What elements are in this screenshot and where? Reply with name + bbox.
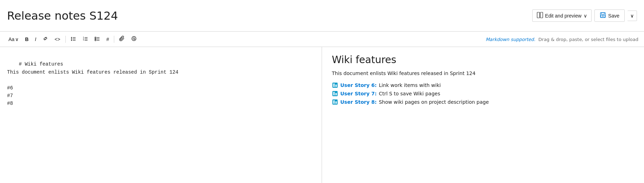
svg-rect-35: [334, 94, 335, 95]
work-item-desc: Show wiki pages on project description p…: [379, 99, 489, 105]
edit-preview-button[interactable]: Edit and preview ∨: [532, 9, 592, 22]
toolbar-separator-2: [114, 36, 114, 43]
editor-content: # Wiki features This document enlists Wi…: [7, 61, 178, 106]
svg-point-9: [71, 39, 72, 40]
italic-label: I: [35, 36, 36, 42]
numbered-list-icon: 1. 2. 3.: [83, 36, 88, 42]
italic-button[interactable]: I: [32, 35, 39, 43]
task-list-icon: [95, 36, 100, 42]
work-item-desc: Ctrl S to save Wiki pages: [379, 91, 440, 96]
svg-point-7: [71, 37, 72, 38]
edit-preview-chevron-icon: ∨: [584, 13, 587, 19]
mention-button[interactable]: [128, 34, 140, 44]
heading-button[interactable]: #: [104, 35, 112, 43]
svg-rect-23: [95, 40, 96, 41]
attach-button[interactable]: [116, 34, 128, 44]
link-button[interactable]: [40, 34, 51, 44]
work-item-row: User Story 8: Show wiki pages on project…: [332, 99, 634, 105]
header: Release notes S124 Edit and preview ∨: [0, 0, 644, 32]
svg-rect-31: [334, 85, 335, 87]
work-item-title[interactable]: User Story 8:: [340, 99, 377, 105]
header-actions: Edit and preview ∨ Save ∨: [532, 9, 637, 22]
preview-heading: Wiki features: [332, 54, 634, 66]
bold-label: B: [25, 36, 28, 42]
svg-point-25: [132, 36, 136, 41]
work-item-desc: Link work items with wiki: [379, 82, 441, 88]
drag-drop-hint: Drag & drop, paste, or select files to u…: [537, 37, 638, 42]
preview-description: This document enlists Wiki features rele…: [332, 70, 634, 77]
svg-rect-34: [335, 93, 337, 95]
work-item-icon: [332, 82, 338, 88]
svg-point-26: [133, 38, 135, 40]
page-title: Release notes S124: [7, 9, 118, 22]
heading-label: #: [107, 36, 109, 42]
preview-pane: Wiki features This document enlists Wiki…: [322, 47, 644, 183]
save-label: Save: [608, 13, 619, 19]
svg-text:3.: 3.: [83, 39, 84, 41]
save-button[interactable]: Save: [594, 9, 625, 22]
toolbar: Aa ∨ B I <>: [0, 32, 644, 47]
save-dropdown-button[interactable]: ∨: [627, 11, 637, 21]
code-button[interactable]: <>: [52, 35, 63, 43]
bullet-list-icon: [71, 36, 76, 42]
work-item-title[interactable]: User Story 7:: [340, 91, 377, 96]
numbered-list-button[interactable]: 1. 2. 3.: [80, 34, 91, 44]
svg-rect-3: [601, 13, 604, 14]
svg-rect-0: [537, 12, 540, 18]
editor-area: # Wiki features This document enlists Wi…: [0, 47, 644, 183]
edit-preview-label: Edit and preview: [545, 13, 582, 19]
attach-icon: [119, 36, 125, 42]
editor-pane[interactable]: # Wiki features This document enlists Wi…: [0, 47, 322, 183]
bullet-list-button[interactable]: [68, 34, 79, 44]
svg-rect-39: [334, 102, 335, 104]
bold-button[interactable]: B: [22, 35, 31, 43]
save-icon: [600, 12, 606, 19]
font-size-chevron-icon: ∨: [15, 36, 19, 42]
svg-rect-19: [95, 37, 96, 38]
toolbar-left: Aa ∨ B I <>: [6, 34, 140, 44]
work-item-title[interactable]: User Story 6:: [340, 82, 377, 88]
mention-icon: [131, 36, 137, 42]
toolbar-separator-1: [65, 36, 66, 43]
svg-rect-30: [335, 84, 337, 87]
work-item-icon: [332, 99, 338, 105]
font-size-label: Aa: [8, 36, 14, 42]
svg-rect-38: [335, 101, 337, 104]
work-item-row: User Story 7: Ctrl S to save Wiki pages: [332, 90, 634, 97]
work-item-icon: [332, 90, 338, 97]
save-chevron-icon: ∨: [630, 13, 634, 19]
link-icon: [43, 36, 48, 42]
preview-work-items: User Story 6: Link work items with wiki …: [332, 82, 634, 105]
svg-rect-1: [540, 12, 543, 18]
code-icon: <>: [54, 36, 60, 42]
markdown-hint: Markdown supported.: [485, 37, 535, 42]
edit-preview-icon: [537, 12, 543, 19]
work-item-row: User Story 6: Link work items with wiki: [332, 82, 634, 88]
svg-rect-21: [95, 39, 96, 40]
font-size-button[interactable]: Aa ∨: [6, 35, 21, 43]
svg-point-11: [71, 40, 72, 41]
task-list-button[interactable]: [92, 34, 103, 44]
toolbar-right: Markdown supported. Drag & drop, paste, …: [485, 36, 638, 42]
